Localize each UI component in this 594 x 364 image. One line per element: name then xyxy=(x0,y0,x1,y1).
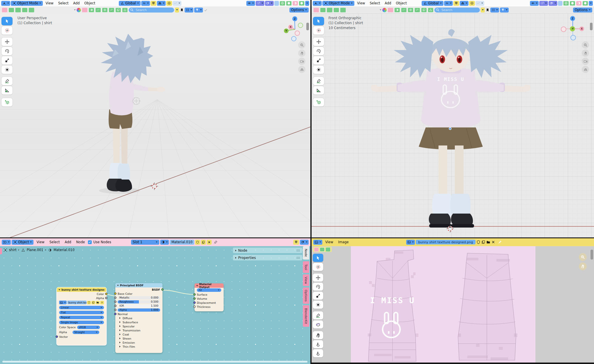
scale-tool[interactable] xyxy=(313,292,323,300)
alpha-slider[interactable]: Alpha1.000 xyxy=(118,308,160,312)
annotate-tool[interactable] xyxy=(313,311,323,319)
navigation-gizmo[interactable]: Z -Y X xyxy=(559,16,585,42)
select-box-tool[interactable] xyxy=(1,17,13,25)
overlay-toggle-pink[interactable] xyxy=(388,8,393,13)
node-editor-canvas[interactable]: shirt Plane.001 Material.010 Node Proper… xyxy=(0,246,310,364)
uv-sync-toggle[interactable] xyxy=(314,247,319,252)
viewport-search[interactable] xyxy=(434,8,480,13)
shading-material-button[interactable] xyxy=(576,1,582,6)
perspective-toggle-button[interactable] xyxy=(298,66,305,73)
section-subsurface[interactable]: Subsurface xyxy=(115,320,162,324)
axis-z[interactable]: Z xyxy=(570,16,575,21)
measure-tool[interactable] xyxy=(313,86,324,95)
collection-toggle-4[interactable] xyxy=(29,8,34,13)
base-color-input-socket[interactable] xyxy=(114,292,116,295)
ior-slider[interactable]: IOR1.500 xyxy=(118,304,160,308)
tab-tool[interactable]: Tool xyxy=(303,261,309,273)
region-toggle-nub[interactable] xyxy=(0,248,2,254)
volume-input-socket[interactable] xyxy=(193,297,196,300)
select-box-tool[interactable] xyxy=(313,17,324,25)
xray-toggle[interactable] xyxy=(558,1,563,6)
viewport-search[interactable] xyxy=(129,8,174,13)
image-editor-scrollbar[interactable] xyxy=(591,250,593,260)
image-name-field[interactable]: bunny shirt textture designed.png xyxy=(416,240,475,244)
snap-toggle[interactable] xyxy=(151,1,156,6)
proportional-editing-toggle[interactable] xyxy=(166,1,172,6)
add-primitive-tool[interactable] xyxy=(313,98,324,106)
axis-x[interactable]: X xyxy=(288,25,293,29)
cursor-tool[interactable] xyxy=(1,26,13,35)
zoom-button[interactable] xyxy=(579,253,587,261)
visibility-dropdown[interactable] xyxy=(530,1,539,6)
shading-material-button[interactable] xyxy=(292,1,298,6)
measure-tool[interactable] xyxy=(1,86,13,95)
copy-icon[interactable] xyxy=(481,240,485,244)
image-browse-dropdown[interactable] xyxy=(59,301,67,304)
overlay-toggle-fluid[interactable] xyxy=(401,8,407,13)
extension-dropdown[interactable]: Repeat xyxy=(59,316,104,319)
shading-dropdown[interactable] xyxy=(589,1,593,6)
section-diffuse[interactable]: Diffuse xyxy=(115,316,162,320)
xray-toggle[interactable] xyxy=(274,1,279,6)
snap-with-dropdown[interactable] xyxy=(460,1,469,6)
bookmark-icon[interactable] xyxy=(486,8,489,12)
cursor-tool[interactable] xyxy=(313,263,323,271)
proportional-falloff-dropdown[interactable] xyxy=(475,1,484,6)
overlay-toggle-brush[interactable] xyxy=(414,8,420,13)
interpolation-dropdown[interactable]: Linear xyxy=(59,306,104,309)
image-fake-user-button[interactable] xyxy=(87,301,91,304)
shader-type-dropdown[interactable]: Object xyxy=(12,240,33,245)
metallic-input-socket[interactable] xyxy=(114,296,116,299)
overlay-toggle-brush[interactable] xyxy=(109,8,114,13)
proportional-editing-toggle[interactable] xyxy=(469,1,475,6)
search-input[interactable] xyxy=(135,8,174,13)
menu-view[interactable]: View xyxy=(34,240,46,244)
section-emission[interactable]: Emission xyxy=(115,340,162,345)
proportional-falloff-dropdown[interactable] xyxy=(173,1,181,6)
select-box-tool[interactable] xyxy=(313,254,323,262)
section-sheen[interactable]: Sheen xyxy=(115,336,162,340)
move-tool[interactable] xyxy=(313,38,324,46)
shading-wireframe-button[interactable] xyxy=(563,1,569,6)
character-side-view[interactable] xyxy=(84,29,166,198)
perspective-toggle-button[interactable] xyxy=(582,66,589,73)
node-editor-hscrollbar[interactable] xyxy=(2,361,307,363)
image-editor-canvas[interactable]: I MISS U xyxy=(312,246,594,364)
viewport-left-canvas[interactable]: User Perspective (1) Collection | shirt … xyxy=(0,13,310,238)
collection-toggle-1[interactable] xyxy=(320,8,326,13)
target-dropdown[interactable]: All xyxy=(197,288,221,292)
pin-icon[interactable] xyxy=(498,240,502,244)
filter-dropdown[interactable] xyxy=(500,8,509,13)
axis-neg-x[interactable] xyxy=(295,31,300,36)
search-filter-dropdown[interactable] xyxy=(175,8,179,13)
overlays-dropdown[interactable] xyxy=(265,1,274,6)
shading-rendered-button[interactable] xyxy=(299,1,305,6)
menu-add[interactable]: Add xyxy=(71,1,82,5)
mode-dropdown[interactable]: Object Mode xyxy=(322,1,354,6)
projection-dropdown[interactable]: Flat xyxy=(59,311,104,314)
collection-toggle-1[interactable] xyxy=(8,8,14,13)
menu-select[interactable]: Select xyxy=(56,1,70,5)
collection-toggle-pink[interactable] xyxy=(313,8,319,13)
tab-options[interactable]: Options xyxy=(303,287,309,304)
shading-solid-button[interactable] xyxy=(286,1,292,6)
node-overlays-dropdown[interactable] xyxy=(300,240,309,245)
menu-select[interactable]: Select xyxy=(368,1,382,5)
collection-toggle-4[interactable] xyxy=(340,8,346,13)
axis-z[interactable]: Z xyxy=(292,16,297,21)
shading-dropdown[interactable] xyxy=(305,1,309,6)
navigation-gizmo[interactable]: Z X Y xyxy=(277,16,303,42)
mode-dropdown[interactable]: Object Mode xyxy=(11,1,43,6)
character-front-view[interactable]: I MISS U xyxy=(370,23,533,233)
fake-user-button[interactable] xyxy=(195,240,200,245)
alpha-mode-dropdown[interactable]: Straight xyxy=(73,331,99,334)
menu-view[interactable]: View xyxy=(323,240,335,244)
image-copy-button[interactable] xyxy=(91,301,95,304)
new-material-button[interactable] xyxy=(201,240,206,245)
displacement-input-socket[interactable] xyxy=(193,301,196,304)
move-tool[interactable] xyxy=(313,274,323,282)
unlink-material-button[interactable] xyxy=(207,240,212,245)
shading-wireframe-button[interactable] xyxy=(280,1,285,6)
section-thin-film[interactable]: Thin Film xyxy=(115,345,162,349)
axis-neg-x[interactable] xyxy=(561,26,566,32)
